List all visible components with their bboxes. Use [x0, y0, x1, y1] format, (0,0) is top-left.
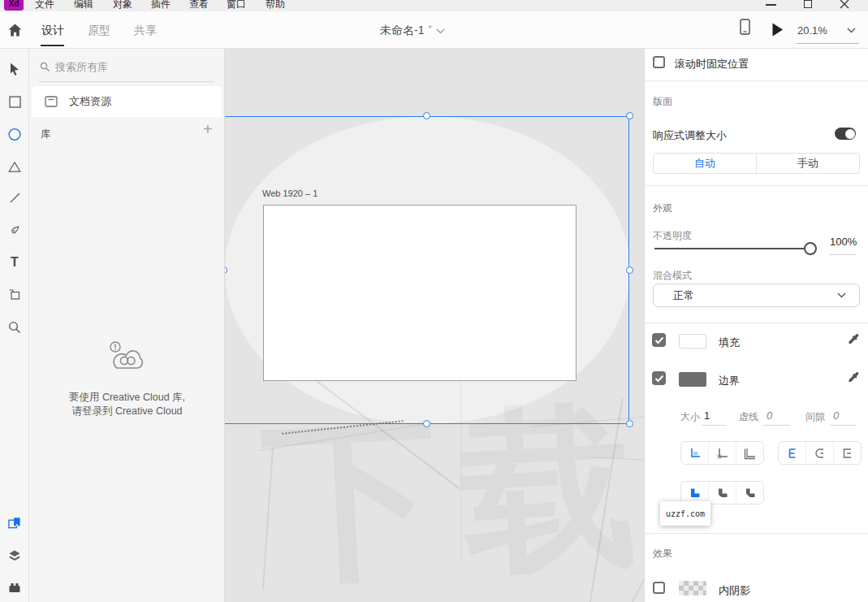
border-outer-button[interactable]	[736, 442, 763, 464]
join-round-button[interactable]	[708, 482, 736, 504]
join-bevel-button[interactable]	[736, 482, 763, 504]
menu-view[interactable]: 查看	[189, 0, 209, 11]
watermark-text: 下载	[260, 396, 644, 591]
minimize-button[interactable]	[766, 4, 776, 6]
document-title-text: 未命名-1	[380, 24, 424, 38]
select-tool[interactable]	[8, 63, 21, 76]
selection-bounding-box	[225, 116, 629, 424]
layers-panel-icon[interactable]	[8, 548, 21, 561]
zoom-underline	[797, 43, 859, 44]
inner-shadow-label: 内阴影	[719, 583, 750, 598]
border-size-value[interactable]: 1	[704, 409, 710, 422]
toggle-knob	[845, 129, 855, 139]
border-label: 边界	[719, 374, 740, 388]
libraries-label: 库	[41, 128, 50, 141]
rectangle-tool[interactable]	[8, 95, 21, 108]
search-libraries-input[interactable]	[54, 60, 211, 74]
zoom-level[interactable]: 20.1%	[797, 24, 827, 37]
check-icon	[654, 336, 664, 344]
border-gap-label: 间隙	[805, 410, 825, 424]
add-library-button[interactable]: +	[203, 120, 213, 139]
title-chevron-down-icon[interactable]	[436, 28, 445, 34]
home-icon[interactable]	[8, 24, 22, 37]
menu-help[interactable]: 帮助	[266, 0, 285, 11]
inner-shadow-swatch[interactable]	[679, 581, 706, 596]
line-tool[interactable]	[8, 191, 21, 204]
tab-design[interactable]: 设计	[41, 24, 64, 38]
document-assets-item[interactable]: 文档资源	[32, 86, 222, 117]
border-gap-value[interactable]: 0	[833, 409, 839, 422]
border-size-label: 大小	[680, 410, 700, 424]
inner-shadow-checkbox[interactable]	[653, 582, 665, 594]
close-button[interactable]	[840, 0, 849, 9]
menu-file[interactable]: 文件	[35, 0, 54, 11]
tab-prototype[interactable]: 原型	[88, 24, 110, 38]
border-eyedropper-icon[interactable]	[847, 371, 860, 384]
fix-position-checkbox[interactable]	[653, 56, 665, 68]
join-miter-button[interactable]	[681, 482, 708, 504]
opacity-slider-knob[interactable]	[804, 242, 817, 255]
responsive-resize-label: 响应式调整大小	[653, 128, 727, 143]
responsive-resize-toggle[interactable]	[835, 128, 856, 140]
active-tab-underline	[41, 45, 64, 46]
maximize-button[interactable]	[804, 0, 812, 8]
document-assets-icon	[45, 96, 58, 107]
border-checkbox[interactable]	[652, 371, 666, 385]
opacity-slider-track[interactable]	[654, 248, 804, 249]
opacity-label: 不透明度	[653, 229, 692, 243]
selection-handle-right-middle[interactable]	[626, 266, 633, 274]
border-inner-button[interactable]	[681, 442, 708, 464]
menu-edit[interactable]: 编辑	[74, 0, 93, 11]
value-underline	[830, 425, 856, 426]
fill-color-swatch[interactable]	[679, 334, 706, 349]
plugins-panel-icon[interactable]	[8, 581, 21, 594]
border-dash-label: 虚线	[739, 410, 758, 424]
unsaved-marker: *	[428, 24, 431, 33]
value-underline	[702, 425, 726, 426]
resize-mode-segmented: 自动 手动	[653, 153, 860, 174]
artboard-tool[interactable]	[8, 288, 21, 301]
ellipse-tool[interactable]	[8, 128, 21, 141]
zoom-tool[interactable]	[8, 321, 21, 334]
tool-strip: T	[0, 49, 29, 602]
blend-mode-value: 正常	[673, 288, 694, 303]
fix-position-label: 滚动时固定位置	[675, 57, 749, 71]
assets-panel-icon[interactable]	[8, 516, 21, 529]
effects-section-label: 效果	[653, 547, 672, 561]
polygon-tool[interactable]	[8, 160, 21, 173]
blend-mode-dropdown[interactable]: 正常	[653, 284, 860, 307]
blend-mode-label: 混合模式	[653, 269, 692, 283]
fill-checkbox[interactable]	[652, 333, 666, 347]
creative-cloud-icon	[105, 340, 150, 377]
selection-handle-top-right[interactable]	[626, 112, 633, 119]
border-dash-value[interactable]: 0	[767, 409, 772, 422]
resize-manual-button[interactable]: 手动	[756, 154, 859, 173]
border-center-button[interactable]	[708, 442, 736, 464]
device-preview-icon[interactable]	[739, 19, 751, 36]
selection-handle-bottom-center[interactable]	[423, 420, 430, 427]
properties-panel: 滚动时固定位置 版面 响应式调整大小 自动 手动 外观 不透明度 100% 混合…	[644, 49, 868, 602]
pen-tool[interactable]	[8, 223, 21, 236]
menu-plugins[interactable]: 插件	[151, 0, 171, 11]
xd-app-window: Xd 文件 编辑 对象 插件 查看 窗口 帮助 设计 原型 共享 未命名-1 *…	[0, 0, 868, 602]
selection-handle-bottom-right[interactable]	[626, 420, 633, 427]
cap-projecting-button[interactable]	[833, 442, 861, 464]
document-title[interactable]: 未命名-1 *	[380, 24, 445, 38]
fill-eyedropper-icon[interactable]	[847, 333, 860, 346]
menu-window[interactable]: 窗口	[227, 0, 246, 11]
selection-handle-top-center[interactable]	[423, 112, 430, 119]
cc-signin-message-line1: 要使用 Creative Cloud 库,	[29, 391, 225, 405]
border-color-swatch[interactable]	[679, 372, 706, 387]
cap-butt-button[interactable]	[779, 442, 805, 464]
resize-auto-button[interactable]: 自动	[654, 154, 756, 173]
text-tool[interactable]: T	[8, 256, 21, 269]
menu-object[interactable]: 对象	[113, 0, 132, 11]
play-preview-icon[interactable]	[771, 23, 784, 37]
menu-bar: Xd 文件 编辑 对象 插件 查看 窗口 帮助	[0, 0, 868, 11]
design-canvas[interactable]: 下载 Web 1920 – 1	[225, 49, 644, 602]
tab-share[interactable]: 共享	[134, 24, 157, 38]
opacity-value[interactable]: 100%	[830, 236, 857, 248]
zoom-chevron-down-icon[interactable]	[847, 28, 856, 33]
divider	[645, 323, 868, 323]
cap-round-button[interactable]	[805, 442, 833, 464]
